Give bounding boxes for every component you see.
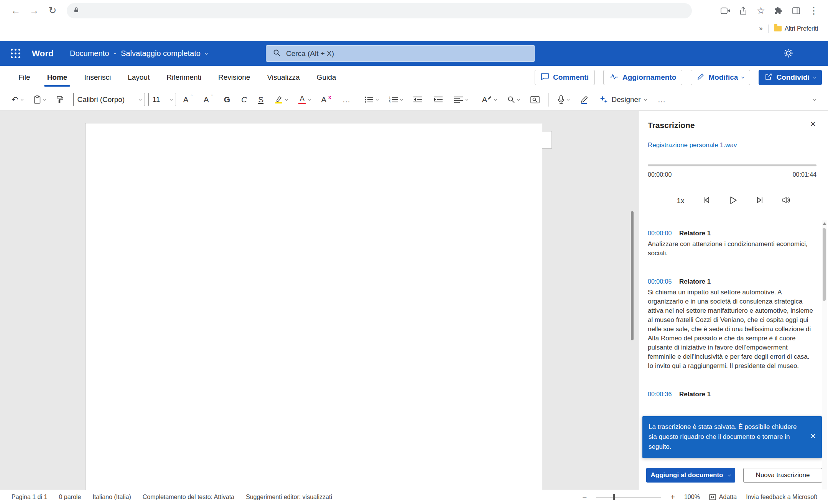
volume-button[interactable] [782, 196, 791, 206]
extensions-icon[interactable] [770, 3, 787, 19]
paste-dropdown-icon[interactable] [43, 97, 46, 100]
zoom-level[interactable]: 100% [684, 494, 700, 501]
document-page[interactable] [85, 123, 542, 490]
styles-button[interactable]: A [478, 92, 500, 108]
dictate-dropdown-icon[interactable] [567, 97, 570, 100]
scroll-up-arrow-icon[interactable] [823, 222, 826, 225]
recording-file-link[interactable]: Registrazione personale 1.wav [648, 141, 737, 149]
browser-menu-icon[interactable]: ⋮ [806, 3, 822, 19]
numbered-list-dropdown-icon[interactable] [400, 97, 403, 100]
tab-visualizza[interactable]: Visualizza [258, 66, 308, 89]
skip-back-button[interactable] [702, 196, 711, 206]
zoom-slider-thumb[interactable] [613, 494, 615, 500]
document-name[interactable]: Documento [70, 49, 109, 58]
word-logo[interactable]: Word [32, 49, 54, 59]
save-status[interactable]: Salvataggio completato [121, 49, 201, 58]
bold-button[interactable]: G [220, 92, 234, 108]
dictate-button[interactable] [554, 92, 573, 108]
chevron-down-icon[interactable] [728, 473, 731, 476]
text-completion-status[interactable]: Completamento del testo: Attivata [143, 494, 234, 501]
bullet-list-button[interactable] [361, 92, 382, 108]
designer-dropdown-icon[interactable] [644, 97, 647, 100]
camera-icon[interactable] [718, 3, 734, 19]
undo-button[interactable]: ↶ [8, 92, 26, 108]
address-bar[interactable] [67, 3, 692, 18]
document-title-group[interactable]: Documento - Salvataggio completato [70, 49, 207, 58]
font-name-select[interactable]: Calibri (Corpo) [73, 93, 145, 106]
share-button[interactable]: Condividi [759, 70, 822, 85]
alignment-dropdown-icon[interactable] [466, 97, 469, 100]
word-count[interactable]: 0 parole [59, 494, 81, 501]
styles-dropdown-icon[interactable] [494, 97, 497, 100]
comment-card-placeholder[interactable] [542, 131, 552, 149]
header-search-box[interactable] [266, 45, 535, 62]
updates-button[interactable]: Aggiornamento [603, 70, 682, 85]
tab-layout[interactable]: Layout [119, 66, 158, 89]
panel-scrollbar-thumb[interactable] [823, 228, 826, 301]
feedback-link[interactable]: Invia feedback a Microsoft [746, 494, 817, 501]
highlight-dropdown-icon[interactable] [285, 97, 288, 100]
font-color-dropdown-icon[interactable] [308, 97, 311, 100]
search-input[interactable] [286, 49, 528, 58]
entry-timestamp[interactable]: 00:00:36 [648, 391, 673, 398]
side-panel-icon[interactable] [788, 3, 804, 19]
entry-timestamp[interactable]: 00:00:05 [648, 278, 673, 285]
entry-timestamp[interactable]: 00:00:00 [648, 230, 673, 237]
highlight-button[interactable] [271, 92, 291, 108]
forward-icon[interactable]: → [26, 3, 42, 19]
more-font-options-button[interactable]: … [338, 92, 354, 108]
alignment-button[interactable] [450, 92, 471, 108]
decrease-indent-button[interactable] [410, 92, 426, 108]
playback-progress-bar[interactable] [648, 164, 816, 166]
settings-gear-icon[interactable] [783, 48, 793, 60]
tab-file[interactable]: File [10, 66, 39, 89]
bookmarks-overflow-button[interactable]: » [759, 25, 763, 33]
editor-suggestions-status[interactable]: Suggerimenti editor: visualizzati [246, 494, 332, 501]
document-scrollbar[interactable] [631, 211, 634, 340]
app-launcher-icon[interactable] [8, 46, 23, 61]
editor-button[interactable] [576, 92, 592, 108]
find-dropdown-icon[interactable] [517, 97, 520, 100]
toast-close-icon[interactable]: × [810, 432, 816, 441]
zoom-in-button[interactable]: + [670, 493, 675, 502]
chevron-down-icon[interactable] [205, 51, 208, 54]
find-button[interactable] [504, 92, 523, 108]
format-painter-button[interactable] [52, 92, 67, 108]
page-count[interactable]: Pagina 1 di 1 [12, 494, 47, 501]
pane-close-icon[interactable]: × [810, 119, 816, 129]
tab-home[interactable]: Home [39, 66, 76, 89]
reload-icon[interactable]: ↻ [44, 3, 61, 19]
favorites-folder-button[interactable]: Altri Preferiti [774, 25, 818, 32]
font-size-select[interactable]: 11 [148, 93, 176, 106]
toolbar-more-button[interactable]: … [654, 92, 669, 108]
playback-speed-button[interactable]: 1x [677, 197, 684, 205]
language-selector[interactable]: Italiano (Italia) [92, 494, 131, 501]
undo-dropdown-icon[interactable] [20, 97, 23, 100]
back-icon[interactable]: ← [8, 3, 24, 19]
comments-button[interactable]: Commenti [535, 70, 595, 85]
lock-icon[interactable] [74, 7, 79, 15]
increase-indent-button[interactable] [430, 92, 447, 108]
paste-button[interactable] [30, 92, 49, 108]
star-icon[interactable]: ☆ [753, 3, 769, 19]
font-color-button[interactable]: A [295, 92, 314, 108]
numbered-list-button[interactable]: 123 [385, 92, 406, 108]
fit-width-button[interactable]: Adatta [709, 494, 737, 501]
tab-guida[interactable]: Guida [308, 66, 345, 89]
grow-font-button[interactable]: Aˆ [179, 92, 196, 108]
play-button[interactable] [728, 195, 738, 207]
bullet-list-dropdown-icon[interactable] [376, 97, 379, 100]
add-to-document-button[interactable]: Aggiungi al documento [646, 468, 735, 483]
zoom-slider[interactable] [596, 497, 661, 497]
page-preview-button[interactable] [527, 92, 543, 108]
zoom-out-button[interactable]: − [583, 493, 587, 502]
tab-riferimenti[interactable]: Riferimenti [158, 66, 210, 89]
shrink-font-button[interactable]: Aˇ [200, 92, 217, 108]
tab-inserisci[interactable]: Inserisci [76, 66, 119, 89]
mode-button[interactable]: Modifica [691, 70, 750, 85]
ribbon-collapse-button[interactable] [809, 92, 819, 108]
skip-forward-button[interactable] [756, 196, 764, 206]
underline-button[interactable]: S [254, 92, 267, 108]
share-icon[interactable] [735, 3, 751, 19]
panel-scrollbar[interactable] [822, 220, 827, 490]
